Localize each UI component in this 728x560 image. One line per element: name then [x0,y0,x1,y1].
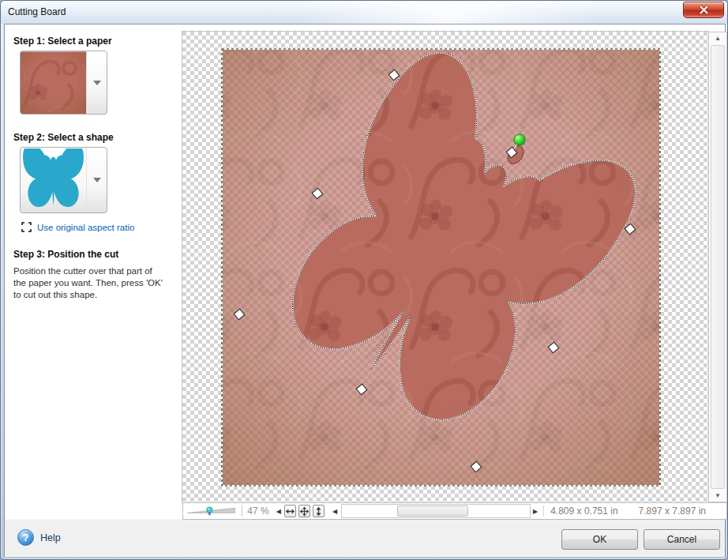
dialog-client-area: Step 1: Select a paper Step 2: Select a … [4,24,726,557]
paper-select-dropdown[interactable] [20,51,107,115]
fit-height-button[interactable] [313,505,325,517]
chevron-down-icon [93,81,101,85]
vertical-scrollbar-thumb[interactable] [711,45,725,489]
chevron-down-icon [93,178,101,182]
fit-page-icon [299,506,310,517]
fit-page-button[interactable] [298,505,310,517]
help-button[interactable]: ? Help [17,529,61,546]
horizontal-scrollbar-thumb[interactable] [397,506,468,517]
use-original-aspect-ratio-link[interactable]: Use original aspect ratio [21,222,134,232]
fit-width-button[interactable] [284,505,296,517]
help-label: Help [40,532,61,543]
scroll-up-icon[interactable]: ▲ [715,32,721,44]
aspect-ratio-brackets-icon [21,222,32,232]
butterfly-shape-icon [21,148,86,212]
window-title: Cutting Board [8,6,66,17]
paper-thumbnail [21,51,87,114]
rotation-handle[interactable] [514,134,525,145]
canvas-toolbar: 47 % ◀ ◀ [182,502,727,520]
cancel-button[interactable]: Cancel [644,529,720,550]
close-icon [699,6,709,14]
paper-dropdown-arrow-zone[interactable] [87,51,107,114]
paper-dimensions-readout: 7.897 x 7.897 in [639,506,706,517]
aspect-ratio-label: Use original aspect ratio [37,223,134,232]
canvas-horizontal-scrollbar[interactable] [341,504,531,518]
fit-width-icon [285,506,295,517]
step1-heading: Step 1: Select a paper [13,36,112,47]
shape-dropdown-arrow-zone[interactable] [87,148,107,212]
shape-select-dropdown[interactable] [20,147,107,213]
shape-thumbnail [21,148,87,212]
cut-dimensions-readout: 4.809 x 0.751 in [550,506,617,517]
step3-instructions: Position the cutter over that part of th… [13,265,167,301]
help-icon: ? [17,529,34,546]
dialog-footer: ? Help OK Cancel [5,520,725,557]
hscroll-left-icon[interactable]: ◀ [330,508,340,515]
hscroll-right-icon[interactable]: ▶ [531,508,540,515]
step3-heading: Step 3: Position the cut [13,249,118,260]
zoom-percent-readout: 47 % [242,506,273,517]
cutting-board-canvas[interactable] [182,32,708,502]
titlebar[interactable]: Cutting Board [1,1,727,24]
scroll-down-icon[interactable]: ▼ [715,490,721,502]
scroll-left-icon[interactable]: ◀ [274,508,283,515]
status-readouts: 4.809 x 0.751 in7.897 x 7.897 in [543,506,726,517]
ok-button[interactable]: OK [561,529,638,550]
close-button[interactable] [683,2,724,18]
titlebar-sheen [301,1,632,24]
canvas-vertical-scrollbar[interactable]: ▲ ▼ [708,32,727,502]
zoom-slider-knob[interactable] [207,507,212,515]
cutting-board-dialog: Cutting Board Step 1: Select a paper [0,0,728,560]
fit-height-icon [313,506,324,517]
step2-heading: Step 2: Select a shape [13,132,114,143]
zoom-slider[interactable] [186,503,237,519]
